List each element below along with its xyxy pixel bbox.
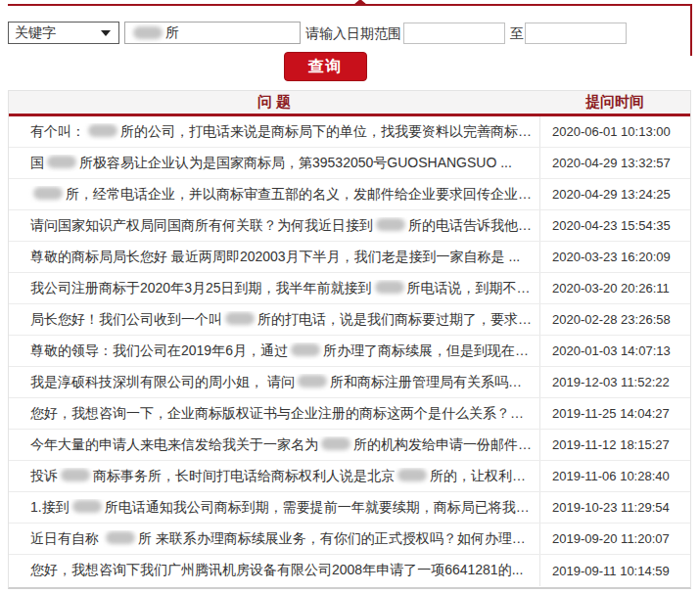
time-cell: 2020-06-01 10:13:00 (539, 116, 690, 147)
censored-blur (298, 375, 327, 388)
keyword-type-select[interactable]: 关键字 (8, 22, 119, 44)
censored-blur (225, 312, 255, 325)
time-cell: 2020-02-28 23:26:58 (539, 304, 690, 335)
time-cell: 2020-04-23 15:54:35 (539, 210, 690, 241)
censored-blur (376, 218, 405, 231)
table-row: 您好，我想咨询一下，企业商标版权证书与企业注册的商标这两个是什么关系？现在我企业… (9, 398, 690, 430)
censored-blur (61, 469, 90, 481)
censored-blur (88, 124, 117, 137)
censored-blur (397, 469, 427, 481)
time-cell: 2019-10-23 11:29:54 (539, 492, 690, 523)
censored-blur (291, 343, 320, 356)
censored-blur (72, 500, 102, 513)
query-button[interactable]: 查询 (284, 52, 367, 81)
keyword-input[interactable]: 所 (124, 22, 301, 44)
question-cell[interactable]: 我公司注册商标于2020年3月25日到期，我半年前就接到所电话说，到期不用的..… (9, 280, 539, 297)
time-cell: 2019-11-06 10:28:40 (539, 461, 690, 491)
table-row: 投诉商标事务所，长时间打电话给商标权利人说是北京所的，让权利人对还未到续...2… (9, 461, 690, 492)
table-row: 我是淳硕科技深圳有限公司的周小姐， 请问所和商标注册管理局有关系吗？ 最...2… (9, 367, 690, 398)
question-cell[interactable]: 所，经常电话企业，并以商标审查五部的名义，发邮件给企业要求回传企业执照盖章扫..… (9, 186, 539, 204)
time-column-header: 提问时间 (539, 93, 690, 112)
time-cell: 2019-09-20 11:20:07 (539, 524, 690, 554)
question-cell[interactable]: 尊敬的领导：我们公司在2019年6月，通过所办理了商标续展，但是到现在也没有..… (9, 342, 539, 360)
censored-blur (33, 187, 63, 200)
time-cell: 2019-11-25 14:04:27 (539, 398, 690, 429)
date-range-label: 请输入日期范围 (305, 25, 401, 43)
question-cell[interactable]: 1.接到所电话通知我公司商标到期，需要提前一年就要续期，商标局已将我公司名单..… (9, 499, 539, 517)
date-to-label: 至 (510, 25, 524, 43)
time-cell: 2020-03-23 16:20:09 (539, 242, 690, 272)
table-row: 您好，我想咨询下我们广州腾讯机房设备有限公司2008年申请了一项6641281的… (9, 555, 690, 586)
table-header-row: 问 题 提问时间 (9, 91, 690, 116)
table-row: 尊敬的领导：我们公司在2019年6月，通过所办理了商标续展，但是到现在也没有..… (9, 336, 690, 367)
question-cell[interactable]: 投诉商标事务所，长时间打电话给商标权利人说是北京所的，让权利人对还未到续... (9, 468, 539, 485)
question-cell[interactable]: 有个叫：所的公司，打电话来说是商标局下的单位，找我要资料以完善商标注册。但我..… (9, 123, 539, 141)
question-cell[interactable]: 我是淳硕科技深圳有限公司的周小姐， 请问所和商标注册管理局有关系吗？ 最... (9, 374, 539, 391)
question-cell[interactable]: 尊敬的商标局局长您好 最近两周即202003月下半月，我们老是接到一家自称是 .… (9, 249, 539, 266)
table-row: 请问国家知识产权局同国商所有何关联？为何我近日接到所的电话告诉我他们这边是知..… (9, 210, 690, 242)
date-to-input[interactable] (525, 23, 627, 44)
question-cell[interactable]: 今年大量的申请人来电来信发给我关于一家名为所的机构发给申请一份邮件关于商标续..… (9, 436, 539, 454)
time-cell: 2020-04-29 13:32:57 (539, 148, 690, 178)
question-cell[interactable]: 您好，我想咨询一下，企业商标版权证书与企业注册的商标这两个是什么关系？现在我企业… (9, 405, 539, 423)
time-cell: 2019-12-03 11:52:22 (539, 367, 690, 397)
time-cell: 2019-09-11 10:14:59 (539, 555, 690, 586)
question-cell[interactable]: 近日有自称 所 来联系办理商标续展业务，有你们的正式授权吗？如何办理商标续展..… (9, 530, 539, 548)
time-cell: 2019-11-12 18:15:27 (539, 430, 690, 460)
table-row: 有个叫：所的公司，打电话来说是商标局下的单位，找我要资料以完善商标注册。但我..… (9, 116, 690, 148)
table-row: 近日有自称 所 来联系办理商标续展业务，有你们的正式授权吗？如何办理商标续展..… (9, 524, 690, 555)
time-cell: 2020-01-03 14:07:13 (539, 336, 690, 366)
table-row: 所，经常电话企业，并以商标审查五部的名义，发邮件给企业要求回传企业执照盖章扫..… (9, 179, 690, 210)
table-row: 我公司注册商标于2020年3月25日到期，我半年前就接到所电话说，到期不用的..… (9, 273, 690, 304)
time-cell: 2020-04-29 13:24:25 (539, 179, 690, 209)
question-cell[interactable]: 请问国家知识产权局同国商所有何关联？为何我近日接到所的电话告诉我他们这边是知..… (9, 217, 539, 235)
question-column-header: 问 题 (9, 93, 539, 112)
question-table: 问 题 提问时间 有个叫：所的公司，打电话来说是商标局下的单位，找我要资料以完善… (8, 90, 691, 589)
censored-blur (321, 437, 350, 450)
question-cell[interactable]: 局长您好！我们公司收到一个叫所的打电话，说是我们商标要过期了，要求我们寄资料..… (9, 311, 539, 329)
censored-blur (375, 281, 404, 294)
question-table-body: 有个叫：所的公司，打电话来说是商标局下的单位，找我要资料以完善商标注册。但我..… (9, 116, 690, 586)
question-cell[interactable]: 您好，我想咨询下我们广州腾讯机房设备有限公司2008年申请了一项6641281的… (9, 562, 539, 579)
search-form: 关键字 所 请输入日期范围 至 查询 (0, 0, 700, 90)
keyword-input-value: 所 (165, 24, 179, 42)
censored-blur (133, 26, 163, 39)
censored-blur (106, 531, 135, 544)
table-row: 今年大量的申请人来电来信发给我关于一家名为所的机构发给申请一份邮件关于商标续..… (9, 430, 690, 461)
chevron-down-icon (101, 30, 111, 36)
table-row: 1.接到所电话通知我公司商标到期，需要提前一年就要续期，商标局已将我公司名单..… (9, 492, 690, 524)
time-cell: 2020-03-20 20:26:11 (539, 273, 690, 303)
censored-blur (47, 156, 76, 168)
table-row: 国所极容易让企业认为是国家商标局，第39532050号GUOSHANGSUO .… (9, 148, 690, 179)
table-row: 局长您好！我们公司收到一个叫所的打电话，说是我们商标要过期了，要求我们寄资料..… (9, 304, 690, 336)
keyword-type-selected-label: 关键字 (15, 24, 101, 42)
date-from-input[interactable] (403, 23, 505, 44)
question-cell[interactable]: 国所极容易让企业认为是国家商标局，第39532050号GUOSHANGSUO .… (9, 155, 539, 172)
table-row: 尊敬的商标局局长您好 最近两周即202003月下半月，我们老是接到一家自称是 .… (9, 242, 690, 273)
